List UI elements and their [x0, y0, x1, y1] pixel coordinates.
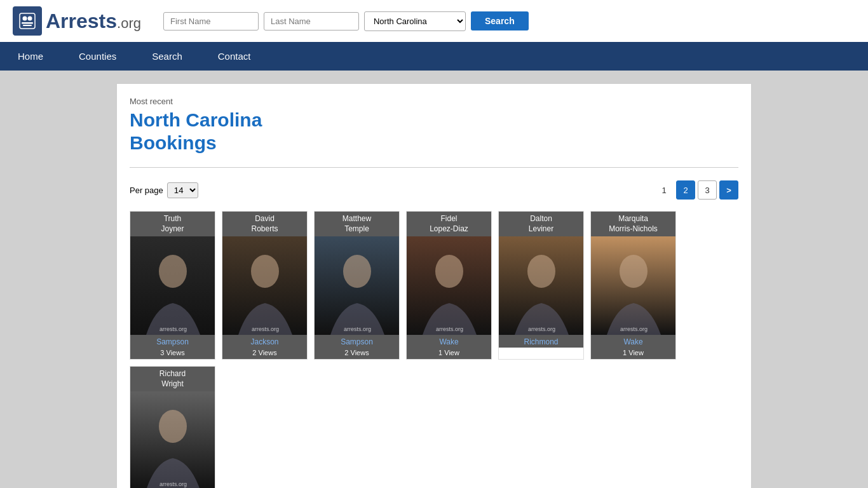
svg-rect-0 [20, 13, 35, 29]
divider [130, 167, 738, 168]
card-watermark: arrests.org [436, 326, 463, 332]
nav-search[interactable]: Search [134, 42, 200, 71]
most-recent-label: Most recent [130, 97, 738, 106]
nav-counties[interactable]: Counties [61, 42, 134, 71]
card-photo: arrests.org [315, 236, 400, 335]
card-watermark: arrests.org [528, 326, 555, 332]
card-watermark: arrests.org [252, 326, 279, 332]
card-county[interactable]: Richmond [499, 335, 583, 348]
page-next-btn[interactable]: > [719, 180, 738, 200]
card-views: 2 Views [222, 348, 307, 359]
svg-point-18 [159, 410, 187, 443]
per-page-label: Per page [130, 186, 163, 195]
card-name: David Roberts [222, 212, 307, 236]
mugshot-grid: Truth Joyner arrests.orgSampson3 ViewsDa… [130, 211, 738, 488]
card-name: Richard Wright [130, 367, 215, 391]
svg-point-16 [620, 255, 648, 288]
page-title: North CarolinaBookings [130, 109, 738, 154]
header-search-form: AlabamaAlaskaArizonaArkansasCaliforniaCo… [163, 11, 855, 31]
card-watermark: arrests.org [159, 326, 187, 332]
svg-point-12 [435, 255, 463, 288]
county-link[interactable]: Sampson [156, 337, 189, 346]
svg-point-10 [343, 255, 371, 288]
header: Arrests.org AlabamaAlaskaArizonaArkansas… [0, 0, 868, 42]
logo[interactable]: Arrests.org [13, 6, 141, 36]
svg-point-2 [28, 17, 32, 21]
card-name: Truth Joyner [130, 212, 215, 236]
per-page-select[interactable]: 71428 [167, 182, 198, 198]
card-county[interactable]: Sampson [315, 335, 399, 348]
mugshot-card[interactable]: Matthew Temple arrests.orgSampson2 Views [314, 211, 400, 360]
search-button[interactable]: Search [471, 11, 529, 30]
page-2-btn[interactable]: 2 [676, 180, 695, 200]
card-county[interactable]: Wake [407, 335, 491, 348]
county-link[interactable]: Jackson [250, 337, 278, 346]
county-link[interactable]: Wake [439, 337, 458, 346]
mugshot-card[interactable]: Truth Joyner arrests.orgSampson3 Views [130, 211, 215, 360]
svg-point-6 [159, 255, 187, 288]
state-select[interactable]: AlabamaAlaskaArizonaArkansasCaliforniaCo… [364, 11, 466, 31]
card-watermark: arrests.org [620, 326, 648, 332]
county-link[interactable]: Wake [623, 337, 642, 346]
mugshot-card[interactable]: Marquita Morris-Nichols arrests.orgWake1… [590, 211, 676, 360]
first-name-input[interactable] [163, 12, 259, 30]
mugshot-card[interactable]: David Roberts arrests.orgJackson2 Views [222, 211, 308, 360]
card-views: 2 Views [315, 348, 399, 359]
page-1-btn[interactable]: 1 [654, 180, 674, 200]
page-header: Most recent North CarolinaBookings [130, 97, 738, 154]
card-photo: arrests.org [591, 236, 676, 335]
card-name: Dalton Leviner [499, 212, 583, 236]
card-photo: arrests.org [407, 236, 492, 335]
card-photo: arrests.org [130, 391, 215, 488]
navbar: Home Counties Search Contact [0, 42, 868, 71]
card-photo: arrests.org [499, 236, 584, 335]
last-name-input[interactable] [264, 12, 359, 30]
svg-rect-3 [22, 22, 33, 24]
county-link[interactable]: Richmond [524, 337, 558, 346]
svg-point-14 [527, 255, 555, 288]
card-county[interactable]: Jackson [222, 335, 307, 348]
mugshot-card[interactable]: Fidel Lopez-Diaz arrests.orgWake1 View [406, 211, 492, 360]
card-photo: arrests.org [130, 236, 215, 335]
page-3-btn[interactable]: 3 [698, 180, 717, 200]
card-name: Fidel Lopez-Diaz [407, 212, 491, 236]
nav-contact[interactable]: Contact [200, 42, 269, 71]
controls-row: Per page 71428 1 2 3 > [130, 180, 738, 200]
card-name: Matthew Temple [315, 212, 399, 236]
logo-text: Arrests.org [46, 10, 141, 33]
county-link[interactable]: Sampson [341, 337, 373, 346]
svg-point-1 [23, 17, 27, 21]
card-photo: arrests.org [222, 236, 308, 335]
mugshot-card[interactable]: Richard Wright arrests.orgBrunswick [130, 366, 215, 488]
logo-icon [13, 6, 42, 36]
per-page-area: Per page 71428 [130, 182, 198, 198]
card-county[interactable]: Wake [591, 335, 675, 348]
card-views: 1 View [407, 348, 491, 359]
pagination: 1 2 3 > [654, 180, 738, 200]
mugshot-card[interactable]: Dalton Leviner arrests.orgRichmond [498, 211, 584, 360]
card-watermark: arrests.org [159, 481, 187, 487]
card-county[interactable]: Sampson [130, 335, 215, 348]
card-watermark: arrests.org [344, 326, 371, 332]
nav-home[interactable]: Home [0, 42, 61, 71]
svg-rect-4 [23, 25, 32, 26]
card-name: Marquita Morris-Nichols [591, 212, 675, 236]
card-views: 1 View [591, 348, 675, 359]
svg-point-8 [251, 255, 279, 288]
main-content: Most recent North CarolinaBookings Per p… [116, 83, 752, 488]
card-views: 3 Views [130, 348, 215, 359]
